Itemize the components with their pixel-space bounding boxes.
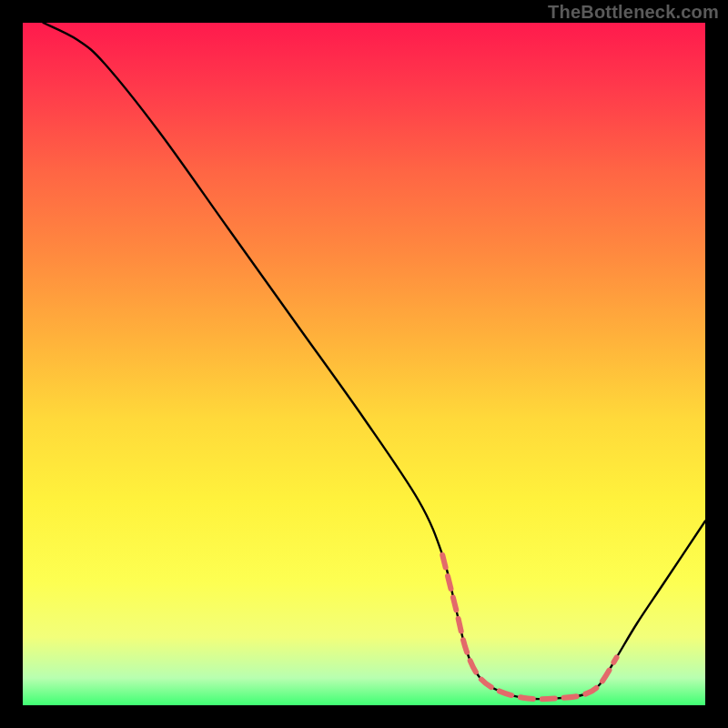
bottleneck-curve-canvas	[23, 23, 705, 705]
plot-area	[23, 23, 705, 705]
watermark-text: TheBottleneck.com	[548, 2, 719, 23]
chart-frame: TheBottleneck.com	[0, 0, 728, 728]
